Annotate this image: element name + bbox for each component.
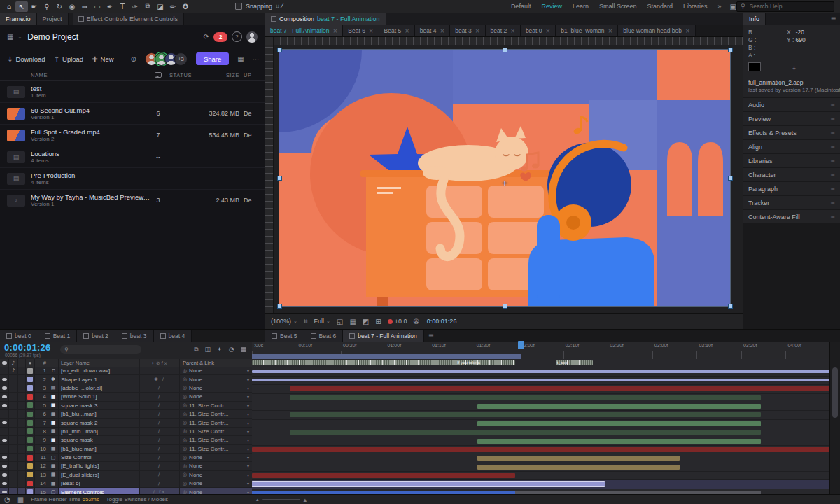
audio-toggle[interactable] [9, 410, 18, 418]
layer-name[interactable]: square mask 2 [59, 419, 140, 426]
label-color[interactable] [26, 462, 35, 470]
lock-toggle[interactable] [18, 445, 26, 453]
label-color[interactable] [26, 445, 35, 453]
layer-duration-bar[interactable] [290, 396, 761, 400]
timeline-zoom-control[interactable]: ▴ ▴ [256, 496, 307, 503]
selection-handle[interactable] [503, 304, 507, 309]
audio-toggle[interactable] [9, 419, 18, 426]
column-parent-link[interactable]: Parent & Link [180, 359, 252, 367]
layer-duration-bar[interactable] [477, 456, 680, 461]
lock-toggle[interactable] [18, 454, 26, 461]
pickwhip-icon[interactable]: ◎ [183, 481, 187, 486]
view-layout-icon[interactable]: ⊞ [375, 318, 381, 326]
lock-toggle[interactable] [18, 367, 26, 374]
collaborator-avatars[interactable]: +3 [145, 52, 188, 66]
layer-duration-bar[interactable] [290, 386, 830, 391]
panel-tab-audio[interactable]: Audio≡ [743, 98, 840, 111]
parent-link-select[interactable]: ◎None▾ [180, 454, 252, 461]
layer-name[interactable]: Shape Layer 1 [59, 375, 140, 383]
visibility-toggle[interactable] [0, 384, 9, 392]
timeline-scrollbar[interactable] [830, 341, 840, 495]
help-icon[interactable]: ? [232, 31, 242, 42]
layer-row[interactable]: 3▤[adobe_...olor.ai]/◎None▾ [0, 384, 252, 393]
time-ruler[interactable]: :00s00:10f00:20f01:00f01:10f01:20f02:00f… [252, 341, 830, 360]
share-button[interactable]: Share [196, 52, 229, 65]
timeline-tab-beat-3[interactable]: beat 3 [115, 330, 154, 342]
tab-frame-io[interactable]: Frame.io [0, 13, 37, 24]
download-button[interactable]: ↓Download [7, 55, 46, 63]
selection-handle[interactable] [728, 48, 733, 52]
list-item[interactable]: Full Spot - Graded.mp4Version 27534.45 M… [0, 125, 265, 146]
account-avatar[interactable] [246, 31, 258, 43]
pickwhip-icon[interactable]: ◎ [183, 463, 187, 469]
layer-switches[interactable]: / [140, 402, 180, 410]
column-updated[interactable]: UP [239, 72, 258, 78]
collaborator-overflow-badge[interactable]: +3 [174, 52, 188, 66]
list-item[interactable]: ▤Locations4 items-- [0, 146, 265, 168]
audio-toggle[interactable] [9, 402, 18, 410]
lock-toggle[interactable] [18, 393, 26, 400]
audio-toggle[interactable] [9, 445, 18, 453]
pickwhip-icon[interactable]: ◎ [183, 455, 187, 461]
layer-duration-bar[interactable] [290, 430, 761, 435]
track-row[interactable] [252, 368, 830, 376]
visibility-toggle[interactable] [0, 375, 9, 383]
notification-badge[interactable]: 2 [214, 32, 227, 42]
layer-row[interactable]: 11▢Size Control/◎None▾ [0, 454, 252, 462]
layer-name[interactable]: [vo_edi...down.wav] [59, 367, 140, 374]
layer-row[interactable]: 9■square mask/◎11. Size Contr...▾ [0, 436, 252, 444]
hide-shy-layers-icon[interactable]: ✦ [217, 346, 223, 354]
parent-link-select[interactable]: ◎11. Size Contr...▾ [180, 428, 252, 435]
brush-tool[interactable]: ✑ [129, 1, 141, 12]
lock-toggle[interactable] [18, 436, 26, 444]
toggle-switches-button[interactable]: Toggle Switches / Modes [106, 496, 169, 503]
track-row[interactable] [252, 428, 830, 437]
zoom-in-icon[interactable]: ▴ [304, 496, 307, 503]
close-tab-icon[interactable]: × [546, 28, 551, 34]
label-color[interactable] [26, 393, 35, 400]
zoom-out-icon[interactable]: ▴ [256, 497, 259, 503]
work-area-bar[interactable] [252, 354, 521, 359]
visibility-toggle[interactable] [0, 436, 9, 444]
layer-duration-bar[interactable] [477, 421, 761, 426]
visibility-toggle[interactable] [0, 428, 9, 435]
panel-menu-icon[interactable]: ≡ [830, 130, 835, 136]
layer-switches[interactable] [140, 367, 180, 374]
layer-row[interactable]: 12▦[E_traffic lights]/◎None▾ [0, 462, 252, 470]
list-item[interactable]: 60 Second Cut.mp4Version 16324.82 MBDe [0, 103, 265, 125]
workspace-tab-review[interactable]: Review [541, 3, 562, 10]
parent-link-select[interactable]: ◎None▾ [180, 384, 252, 392]
pickwhip-icon[interactable]: ◎ [183, 472, 187, 477]
timeline-tab-beat-4[interactable]: beat 4 [154, 330, 192, 342]
draft-3d-icon[interactable]: ◫ [205, 346, 211, 354]
column-status[interactable]: STATUS [165, 72, 196, 78]
selection-handle[interactable] [503, 48, 507, 52]
pickwhip-icon[interactable]: ◎ [183, 402, 187, 408]
layer-switches[interactable]: / [140, 454, 180, 461]
eraser-tool[interactable]: ◪ [154, 1, 167, 12]
selection-handle[interactable] [728, 304, 733, 309]
audio-toggle[interactable] [9, 454, 18, 461]
panel-tab-character[interactable]: Character≡ [743, 168, 840, 181]
panel-menu-icon[interactable]: ≡ [830, 172, 835, 178]
panel-menu-icon[interactable]: ≡ [428, 332, 434, 340]
layer-name[interactable]: [E_traffic lights] [59, 462, 140, 470]
layer-duration-bar[interactable]: If you take a [252, 360, 515, 365]
layer-switches[interactable]: ✱ / [140, 375, 180, 383]
layer-row[interactable]: 8▦[b1_min...man]/◎11. Size Contr...▾ [0, 428, 252, 436]
visibility-toggle[interactable] [0, 393, 9, 400]
audio-toggle[interactable] [9, 428, 18, 435]
track-row[interactable] [252, 377, 830, 385]
preview-time[interactable]: 0:00:01:26 [427, 318, 457, 325]
label-color[interactable] [26, 375, 35, 383]
resolution-select[interactable]: Full⌄ [314, 318, 330, 325]
track-row[interactable] [252, 454, 830, 463]
view-options-icon[interactable]: ▦ [7, 33, 13, 41]
layer-switches[interactable]: / [140, 479, 180, 487]
lock-toggle[interactable] [18, 462, 26, 470]
timeline-tab-beat-5[interactable]: Beat 5 [265, 330, 304, 342]
panel-tab-effects-presets[interactable]: Effects & Presets≡ [743, 126, 840, 139]
visibility-toggle[interactable] [0, 410, 9, 418]
lock-toggle[interactable] [18, 402, 26, 410]
workspace-tab-libraries[interactable]: Libraries [683, 3, 708, 10]
